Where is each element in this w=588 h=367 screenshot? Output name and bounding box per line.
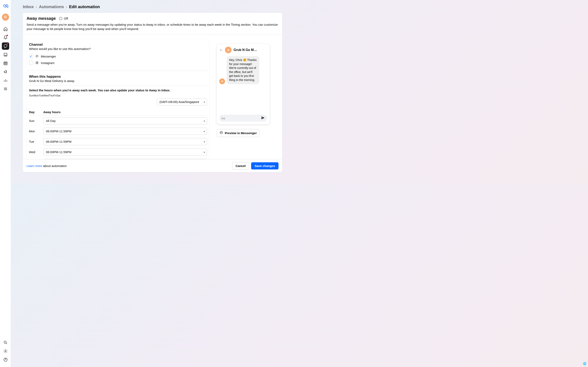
schedule-row: Thu 06:00PM-11:59PM ▾ [29,157,207,159]
sidebar: G [0,0,11,184]
checkbox-messenger[interactable] [29,54,33,58]
breadcrumb: Inbox › Automations › Edit automation [23,0,282,13]
messenger-icon [219,131,223,135]
day-label: Tue [29,140,43,143]
away-hours-value: 06:00PM-11:59PM [46,140,71,143]
insights-icon[interactable] [2,77,9,84]
away-hours-value: All Day [46,119,56,123]
days-inline: SunMonTueWedThuFriSat [29,94,61,97]
day-label: Sun [29,119,43,123]
schedule-row: Tue 06:00PM-11:59PM ▾ [29,136,207,147]
page-title: Away message [26,16,56,21]
preview-input[interactable]: Aa [219,115,267,122]
notifications-icon[interactable] [2,34,9,41]
trigger-subtitle: Grub N Go Meal Delivery is away. [29,79,207,83]
meta-logo[interactable] [2,2,9,10]
checkbox-instagram[interactable] [29,61,33,65]
notification-dot [7,35,8,36]
inbox-notification-dot [7,43,8,45]
cancel-button[interactable]: Cancel [232,162,249,169]
menu-icon[interactable] [2,85,9,92]
away-hours-value: 06:00PM-11:59PM [46,150,71,154]
channel-label: Messenger [41,55,56,58]
preview-page-name: Grub N Go M… [233,48,257,52]
messenger-icon [35,54,39,58]
channel-label: Instagram [41,61,54,65]
trigger-section: When this happens Grub N Go Meal Deliver… [26,71,209,159]
radio-off-icon [59,17,62,20]
timezone-select[interactable]: (GMT+08:00) Asia/Singapore ▾ [157,98,207,105]
preview-card: ← G Grub N Go M… G Hey, Chris 🤗 Thanks f… [217,44,269,124]
send-icon[interactable] [261,116,265,120]
learn-more-link[interactable]: Learn more [26,164,42,167]
channel-option-instagram[interactable]: Instagram [29,59,207,66]
instagram-icon [35,61,39,65]
away-hours-select[interactable]: 06:00PM-11:59PM ▾ [43,159,207,159]
chevron-down-icon: ▾ [204,101,205,103]
away-hours-select[interactable]: All Day ▾ [43,117,207,124]
svg-rect-1 [4,53,7,56]
learn-more-suffix: about automation [42,164,67,167]
schedule-row: Sun All Day ▾ [29,116,207,126]
schedule-instruction: Select the hours when you're away each w… [29,89,207,92]
away-hours-value: 06:00PM-11:59PM [46,129,71,133]
schedule-row: Wed 06:00PM-11:59PM ▾ [29,147,207,157]
main-card: Away message Off Send a message when you… [23,13,282,172]
preview-input-placeholder: Aa [221,117,259,120]
preview-button-label: Preview in Messenger [225,131,257,135]
col-header-day: Day [29,110,43,114]
chevron-down-icon: ▾ [204,130,205,132]
breadcrumb-automations[interactable]: Automations [39,4,64,9]
away-hours-select[interactable]: 06:00PM-11:59PM ▾ [43,138,207,145]
breadcrumb-inbox[interactable]: Inbox [23,4,34,9]
trigger-title: When this happens [29,75,207,79]
page-description: Send a message when you're away. Turn on… [26,22,278,31]
chevron-down-icon: ▾ [204,141,205,143]
ads-icon[interactable] [2,68,9,75]
away-toggle[interactable]: Off [59,17,68,20]
channel-subtitle: Where would you like to use this automat… [29,47,207,50]
inbox-icon[interactable] [2,42,9,50]
chevron-right-icon: › [66,5,67,9]
schedule-row: Mon 06:00PM-11:59PM ▾ [29,126,207,136]
preview-avatar: G [225,47,232,53]
content-icon[interactable] [2,51,9,58]
home-icon[interactable] [2,25,9,33]
chevron-right-icon: › [36,5,37,9]
profile-avatar[interactable]: G [2,13,9,21]
back-arrow-icon[interactable]: ← [219,48,223,52]
channel-option-messenger[interactable]: Messenger [29,53,207,59]
svg-rect-2 [4,62,7,65]
away-hours-select[interactable]: 06:00PM-11:59PM ▾ [43,128,207,135]
save-button[interactable]: Save changes [251,162,278,169]
chevron-down-icon: ▾ [204,120,205,122]
chevron-down-icon: ▾ [204,151,205,153]
day-label: Wed [29,150,43,154]
col-header-hours: Away hours [43,110,207,114]
svg-point-0 [4,44,7,48]
svg-point-8 [36,62,37,63]
channel-section: Channel Where would you like to use this… [26,39,209,70]
breadcrumb-current: Edit automation [69,4,100,9]
day-label: Mon [29,129,43,133]
bubble-avatar: G [219,78,225,84]
timezone-value: (GMT+08:00) Asia/Singapore [159,100,199,104]
away-hours-select[interactable]: 06:00PM-11:59PM ▾ [43,149,207,156]
message-bubble: Hey, Chris 🤗 Thanks for your message! We… [227,56,259,84]
card-footer: Learn more about automation Cancel Save … [23,159,282,172]
preview-in-messenger-button[interactable]: Preview in Messenger [217,129,259,137]
channel-title: Channel [29,43,207,47]
toggle-label: Off [64,17,68,20]
planner-icon[interactable] [2,59,9,67]
